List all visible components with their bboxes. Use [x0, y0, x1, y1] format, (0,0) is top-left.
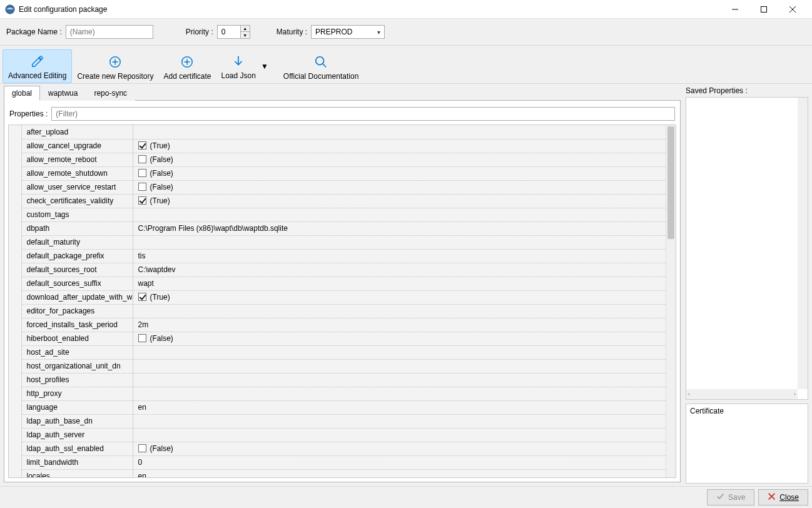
saved-properties-box[interactable]: ‹› [686, 97, 808, 400]
property-value[interactable]: C:\waptdev [133, 263, 666, 277]
checkbox-icon[interactable] [138, 444, 146, 452]
property-value[interactable] [133, 414, 666, 428]
tab-global[interactable]: global [4, 86, 40, 101]
property-row[interactable]: languageen [9, 400, 666, 414]
property-row[interactable]: allow_remote_reboot(False) [9, 153, 666, 166]
saved-props-hscroll[interactable]: ‹› [686, 389, 798, 399]
property-value[interactable]: (False) [133, 153, 666, 166]
checkbox-icon[interactable] [138, 334, 146, 342]
property-value[interactable]: (True) [133, 290, 666, 304]
property-value[interactable] [133, 359, 666, 373]
package-name-input[interactable] [66, 25, 153, 39]
close-button[interactable]: Close [758, 489, 808, 505]
save-button[interactable]: Save [707, 489, 754, 505]
property-row[interactable]: custom_tags [9, 208, 666, 221]
property-value[interactable] [133, 304, 666, 318]
property-value[interactable] [133, 387, 666, 400]
properties-grid[interactable]: after_uploadallow_cancel_upgrade(True)al… [9, 125, 666, 477]
property-value[interactable]: (False) [133, 180, 666, 194]
property-row[interactable]: host_organizational_unit_dn [9, 359, 666, 373]
property-row[interactable]: check_certificates_validity(True) [9, 194, 666, 208]
maximize-button[interactable] [749, 0, 778, 19]
properties-filter-input[interactable] [51, 107, 675, 121]
property-row[interactable]: limit_bandwidth0 [9, 455, 666, 469]
close-window-button[interactable] [778, 0, 807, 19]
priority-up[interactable]: ▲ [241, 26, 250, 32]
property-row[interactable]: dbpathC:\Program Files (x86)\wapt\db\wap… [9, 221, 666, 235]
property-value[interactable]: (False) [133, 442, 666, 455]
load-json-button[interactable]: Load Json [216, 50, 261, 83]
property-value[interactable]: (False) [133, 332, 666, 345]
property-key: after_upload [21, 125, 133, 139]
property-row[interactable]: hiberboot_enabled(False) [9, 332, 666, 345]
checkbox-icon[interactable] [138, 155, 146, 163]
property-row[interactable]: allow_user_service_restart(False) [9, 180, 666, 194]
property-value[interactable]: en [133, 400, 666, 414]
property-row[interactable]: host_ad_site [9, 345, 666, 359]
check-icon [716, 492, 724, 502]
properties-scrollbar[interactable] [666, 125, 676, 477]
property-row[interactable]: default_package_prefixtis [9, 249, 666, 263]
priority-spinner[interactable]: ▲ ▼ [217, 25, 250, 39]
row-gutter [9, 180, 21, 194]
priority-down[interactable]: ▼ [241, 32, 250, 38]
property-row[interactable]: forced_installs_task_period2m [9, 318, 666, 332]
property-value[interactable] [133, 345, 666, 359]
property-value[interactable] [133, 428, 666, 442]
property-value[interactable] [133, 125, 666, 139]
property-value[interactable]: (True) [133, 139, 666, 153]
property-value[interactable]: tis [133, 249, 666, 263]
tab-waptwua[interactable]: waptwua [40, 86, 86, 101]
property-row[interactable]: allow_cancel_upgrade(True) [9, 139, 666, 153]
property-value[interactable] [133, 373, 666, 387]
advanced-editing-button[interactable]: Advanced Editing [3, 49, 72, 83]
checkbox-icon[interactable] [138, 169, 146, 177]
row-gutter [9, 469, 21, 477]
checkbox-icon[interactable] [138, 196, 146, 205]
property-value[interactable]: (True) [133, 194, 666, 208]
property-value[interactable]: C:\Program Files (x86)\wapt\db\waptdb.sq… [133, 221, 666, 235]
property-row[interactable]: default_maturity [9, 235, 666, 249]
property-row[interactable]: allow_remote_shutdown(False) [9, 166, 666, 180]
property-value[interactable]: (False) [133, 166, 666, 180]
property-key: ldap_auth_server [21, 428, 133, 442]
property-value[interactable]: en [133, 469, 666, 477]
tab-repo-sync[interactable]: repo-sync [86, 86, 135, 101]
property-row[interactable]: after_upload [9, 125, 666, 139]
property-row[interactable]: localesen [9, 469, 666, 477]
property-row[interactable]: ldap_auth_base_dn [9, 414, 666, 428]
checkbox-icon[interactable] [138, 141, 146, 150]
property-row[interactable]: host_profiles [9, 373, 666, 387]
property-value[interactable]: 2m [133, 318, 666, 332]
edit-icon [30, 54, 45, 69]
certificate-box[interactable]: Certificate [686, 404, 808, 484]
official-docs-button[interactable]: Official Documentation [278, 49, 364, 83]
create-new-repo-button[interactable]: Create new Repository [72, 49, 158, 83]
load-json-dropdown-caret[interactable]: ▼ [261, 62, 268, 71]
minimize-button[interactable] [721, 0, 749, 19]
property-row[interactable]: default_sources_suffixwapt [9, 277, 666, 290]
property-row[interactable]: ldap_auth_ssl_enabled(False) [9, 442, 666, 455]
checkbox-icon[interactable] [138, 293, 146, 301]
property-value[interactable] [133, 208, 666, 221]
add-certificate-button[interactable]: Add certificate [158, 49, 216, 83]
saved-properties-label: Saved Properties : [686, 86, 808, 95]
property-row[interactable]: editor_for_packages [9, 304, 666, 318]
property-value[interactable] [133, 235, 666, 249]
checkbox-icon[interactable] [138, 183, 146, 191]
property-row[interactable]: ldap_auth_server [9, 428, 666, 442]
property-value[interactable]: wapt [133, 277, 666, 290]
property-key: check_certificates_validity [21, 194, 133, 208]
row-gutter [9, 139, 21, 153]
property-row[interactable]: default_sources_rootC:\waptdev [9, 263, 666, 277]
saved-props-vscroll[interactable] [798, 98, 808, 389]
checkbox-label: (False) [150, 334, 173, 343]
priority-value[interactable] [218, 26, 240, 38]
property-value[interactable]: 0 [133, 455, 666, 469]
property-key: ldap_auth_ssl_enabled [21, 442, 133, 455]
property-key: default_sources_root [21, 263, 133, 277]
property-key: default_maturity [21, 235, 133, 249]
property-row[interactable]: download_after_update_with_waptupdate_ta… [9, 290, 666, 304]
property-row[interactable]: http_proxy [9, 387, 666, 400]
maturity-select[interactable]: PREPROD [311, 25, 385, 39]
